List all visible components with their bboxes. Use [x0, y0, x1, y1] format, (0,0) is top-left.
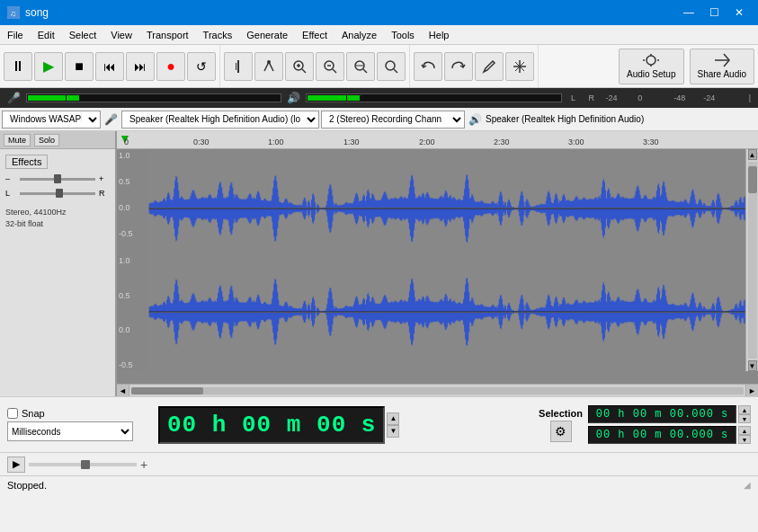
speed-plus-icon[interactable]: +: [140, 457, 147, 472]
y-axis-top: 1.0 0.5 0.0 -0.5 -1.0: [117, 149, 148, 266]
device-selector-row: Windows WASAPI 🎤 Speaker (Realtek High D…: [0, 108, 758, 131]
pan-slider-thumb[interactable]: [56, 189, 63, 198]
svg-line-7: [302, 69, 306, 73]
close-button[interactable]: ✕: [727, 4, 751, 22]
waveform-area: ▼ 0 0:30 1:00 1:30 2:00 2:30 3:00 3:30 1…: [117, 131, 758, 396]
menu-view[interactable]: View: [103, 25, 139, 44]
svg-line-17: [394, 69, 397, 73]
speaker-icon: 🔊: [287, 92, 300, 104]
selection-tool-button[interactable]: I: [224, 52, 253, 81]
zoom-in-button[interactable]: [285, 52, 314, 81]
editing-tools: I: [220, 45, 410, 87]
snap-label: Snap: [22, 408, 45, 419]
redo-button[interactable]: [444, 52, 473, 81]
window-controls: — ☐ ✕: [677, 4, 751, 22]
main-toolbar: ⏸ ▶ ■ ⏮ ⏭ ● ↺ I: [0, 45, 758, 88]
scroll-right-button[interactable]: ►: [745, 385, 758, 397]
menu-edit[interactable]: Edit: [31, 25, 62, 44]
svg-line-11: [333, 69, 336, 73]
sel-end-up-button[interactable]: ▲: [738, 426, 751, 435]
pan-right-label: R: [99, 189, 110, 198]
multi-tool-button[interactable]: [505, 52, 534, 81]
menu-transport[interactable]: Transport: [139, 25, 196, 44]
share-audio-button[interactable]: Share Audio: [690, 49, 755, 84]
menu-generate[interactable]: Generate: [239, 25, 295, 44]
menu-analyze[interactable]: Analyze: [334, 25, 384, 44]
snap-row: Snap: [7, 408, 151, 419]
speed-slider-thumb[interactable]: [81, 460, 90, 469]
svg-text:♫: ♫: [10, 9, 16, 18]
skip-end-button[interactable]: ⏭: [126, 52, 155, 81]
mini-play-button[interactable]: ▶: [7, 457, 25, 473]
microphone-device-icon: 🎤: [103, 113, 120, 126]
track-controls: Effects – + L R: [0, 149, 115, 203]
zoom-width-button[interactable]: [377, 52, 406, 81]
h-scroll-thumb[interactable]: [131, 387, 203, 395]
time-down-button[interactable]: ▼: [387, 425, 399, 438]
ruler-mark-200: 2:00: [419, 137, 435, 146]
record-button[interactable]: ●: [156, 52, 185, 81]
scroll-thumb[interactable]: [748, 166, 757, 193]
snap-checkbox[interactable]: [7, 408, 18, 419]
sel-start-down-button[interactable]: ▼: [738, 414, 751, 423]
ruler-mark-100: 1:00: [268, 137, 284, 146]
pan-slider-track: [20, 192, 95, 195]
audio-setup-button[interactable]: Audio Setup: [619, 49, 684, 84]
stop-button[interactable]: ■: [65, 52, 94, 81]
snap-unit-select[interactable]: Milliseconds: [7, 421, 133, 441]
mute-button[interactable]: Mute: [4, 134, 31, 146]
scroll-up-button[interactable]: ▲: [748, 149, 757, 160]
scroll-down-button[interactable]: ▼: [748, 360, 757, 371]
selection-inputs: 00 h 00 m 00.000 s ▲ ▼ 00 h 00 m 00.000 …: [588, 405, 751, 444]
maximize-button[interactable]: ☐: [702, 4, 726, 22]
zoom-fit-button[interactable]: [346, 52, 375, 81]
gain-slider-thumb[interactable]: [54, 174, 61, 183]
effects-button[interactable]: Effects: [5, 155, 48, 169]
scroll-left-button[interactable]: ◄: [117, 385, 129, 397]
sel-start-up-button[interactable]: ▲: [738, 405, 751, 414]
waveform-top-channel: [117, 149, 758, 268]
level-meters-row: 🎤 🔊 L R -24 0 -48 -24 |: [0, 88, 758, 108]
title-bar: ♫ song — ☐ ✕: [0, 0, 758, 25]
speed-slider[interactable]: [29, 463, 137, 466]
menu-tracks[interactable]: Tracks: [196, 25, 240, 44]
envelope-tool-button[interactable]: [254, 52, 283, 81]
channels-select[interactable]: 2 (Stereo) Recording Chann: [321, 111, 465, 129]
sel-end-down-button[interactable]: ▼: [738, 435, 751, 444]
solo-button[interactable]: Solo: [34, 134, 59, 146]
menu-tools[interactable]: Tools: [384, 25, 422, 44]
undo-button[interactable]: [414, 52, 442, 81]
waveform-tracks: 1.0 0.5 0.0 -0.5 -1.0 1.0 0.5 0.0 -0.5 ▲: [117, 149, 758, 384]
host-select[interactable]: Windows WASAPI: [2, 111, 101, 129]
ruler-mark-230: 2:30: [494, 137, 510, 146]
play-button[interactable]: ▶: [34, 52, 63, 81]
share-audio-label: Share Audio: [698, 69, 747, 79]
selection-start-arrows: ▲ ▼: [738, 405, 751, 423]
zoom-out-button[interactable]: [316, 52, 344, 81]
menu-file[interactable]: File: [0, 25, 31, 44]
menu-select[interactable]: Select: [62, 25, 104, 44]
minimize-button[interactable]: —: [677, 4, 700, 22]
h-scroll-track: [131, 387, 744, 395]
track-header: Mute Solo: [0, 131, 115, 149]
menu-effect[interactable]: Effect: [295, 25, 334, 44]
audio-toolbar: Audio Setup Share Audio: [615, 45, 758, 87]
skip-start-button[interactable]: ⏮: [95, 52, 124, 81]
selection-end-arrows: ▲ ▼: [738, 426, 751, 444]
vertical-scrollbar[interactable]: ▲ ▼: [745, 149, 758, 371]
microphone-icon: 🎤: [7, 92, 21, 104]
draw-tool-button[interactable]: [475, 52, 504, 81]
ruler-mark-330: 3:30: [643, 137, 659, 146]
resize-corner-icon: ◢: [744, 480, 751, 490]
gain-plus-icon: +: [99, 174, 110, 183]
menu-help[interactable]: Help: [422, 25, 457, 44]
input-device-select[interactable]: Speaker (Realtek High Definition Audio) …: [121, 111, 319, 129]
loop-button[interactable]: ↺: [187, 52, 216, 81]
pause-button[interactable]: ⏸: [4, 52, 32, 81]
svg-point-5: [267, 60, 271, 64]
selection-settings-button[interactable]: ⚙: [550, 421, 572, 442]
level-arrows: L R -24 0 -48 -24 |: [567, 93, 751, 102]
transport-controls: ⏸ ▶ ■ ⏮ ⏭ ● ↺: [0, 45, 220, 87]
svg-point-22: [647, 56, 655, 65]
time-up-button[interactable]: ▲: [387, 412, 399, 425]
